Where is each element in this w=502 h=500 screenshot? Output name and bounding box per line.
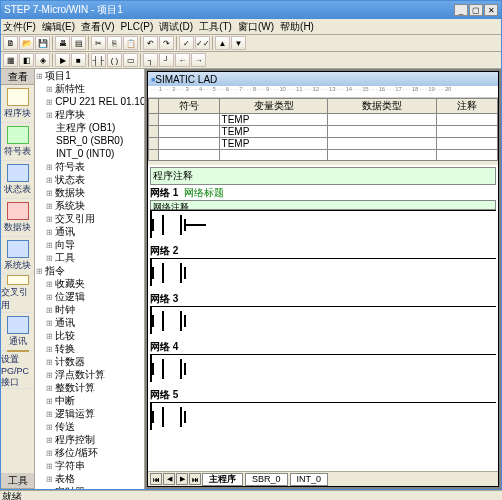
run-icon[interactable]: ▶ <box>55 53 70 67</box>
editor-tab[interactable]: 主程序 <box>202 473 243 486</box>
rung[interactable] <box>150 210 496 238</box>
coil-icon[interactable]: ( ) <box>107 53 122 67</box>
contact-icon[interactable]: ┤├ <box>91 53 106 67</box>
var-cell[interactable] <box>159 150 220 161</box>
tree-node[interactable]: 指令 <box>36 265 143 278</box>
tree-node[interactable]: 字符串 <box>36 460 143 473</box>
tree-node[interactable]: SBR_0 (SBR0) <box>36 135 143 148</box>
upload-icon[interactable]: ▲ <box>215 36 230 50</box>
contact-element[interactable] <box>152 315 186 327</box>
contact-element[interactable] <box>152 411 186 423</box>
undo-icon[interactable]: ↶ <box>143 36 158 50</box>
var-row[interactable] <box>149 150 498 161</box>
preview-icon[interactable]: ▤ <box>71 36 86 50</box>
tree-node[interactable]: 整数计算 <box>36 382 143 395</box>
tab-next-icon[interactable]: ▶ <box>176 473 188 485</box>
redo-icon[interactable]: ↷ <box>159 36 174 50</box>
contact-element[interactable] <box>152 267 186 279</box>
menu-item[interactable]: 调试(D) <box>159 20 193 34</box>
menu-item[interactable]: 编辑(E) <box>42 20 75 34</box>
stop-icon[interactable]: ■ <box>71 53 86 67</box>
menu-item[interactable]: PLC(P) <box>120 21 153 32</box>
cut-icon[interactable]: ✂ <box>91 36 106 50</box>
var-header[interactable]: 数据类型 <box>328 99 437 114</box>
tab-prev-icon[interactable]: ◀ <box>163 473 175 485</box>
tree-node[interactable]: 时钟 <box>36 304 143 317</box>
maximize-button[interactable]: ▢ <box>469 4 483 16</box>
var-cell[interactable] <box>437 150 498 161</box>
open-icon[interactable]: 📂 <box>19 36 34 50</box>
var-cell[interactable] <box>437 138 498 150</box>
print-icon[interactable]: 🖶 <box>55 36 70 50</box>
tree-node[interactable]: 项目1 <box>36 70 143 83</box>
nav-item[interactable]: 符号表 <box>1 123 34 161</box>
rung[interactable] <box>150 354 496 382</box>
rung[interactable] <box>150 258 496 286</box>
var-cell[interactable] <box>437 126 498 138</box>
line-down-icon[interactable]: ┐ <box>143 53 158 67</box>
tree-node[interactable]: 通讯 <box>36 226 143 239</box>
tree-node[interactable]: 符号表 <box>36 161 143 174</box>
tree-node[interactable]: 通讯 <box>36 317 143 330</box>
menu-item[interactable]: 窗口(W) <box>238 20 274 34</box>
tree-node[interactable]: 定时器 <box>36 486 143 489</box>
network[interactable]: 网络 1网络标题网络注释 <box>150 186 496 238</box>
editor-title[interactable]: SIMATIC LAD <box>148 72 498 86</box>
menu-item[interactable]: 工具(T) <box>199 20 232 34</box>
nav-item[interactable]: 状态表 <box>1 161 34 199</box>
network[interactable]: 网络 5 <box>150 388 496 430</box>
var-cell[interactable] <box>437 114 498 126</box>
var-cell[interactable] <box>159 138 220 150</box>
var-header[interactable]: 注释 <box>437 99 498 114</box>
rung[interactable] <box>150 306 496 334</box>
box-icon[interactable]: ▭ <box>123 53 138 67</box>
var-row[interactable]: TEMP <box>149 126 498 138</box>
tree-node[interactable]: 收藏夹 <box>36 278 143 291</box>
network[interactable]: 网络 4 <box>150 340 496 382</box>
tab-last-icon[interactable]: ⏭ <box>189 473 201 485</box>
tree-node[interactable]: 工具 <box>36 252 143 265</box>
nav-item[interactable]: 数据块 <box>1 199 34 237</box>
menu-item[interactable]: 文件(F) <box>3 20 36 34</box>
save-icon[interactable]: 💾 <box>35 36 50 50</box>
var-cell[interactable] <box>149 150 159 161</box>
status-icon[interactable]: ◧ <box>19 53 34 67</box>
var-cell[interactable] <box>159 114 220 126</box>
rung[interactable] <box>150 402 496 430</box>
var-header[interactable]: 符号 <box>159 99 220 114</box>
view-icon[interactable]: ▦ <box>3 53 18 67</box>
new-icon[interactable]: 🗎 <box>3 36 18 50</box>
var-cell[interactable] <box>149 138 159 150</box>
tree-node[interactable]: 主程序 (OB1) <box>36 122 143 135</box>
tree-node[interactable]: 程序控制 <box>36 434 143 447</box>
copy-icon[interactable]: ⎘ <box>107 36 122 50</box>
ladder-editor[interactable]: 程序注释网络 1网络标题网络注释网络 2网络 3网络 4网络 5 <box>148 165 498 471</box>
program-comment[interactable]: 程序注释 <box>150 167 496 185</box>
close-button[interactable]: ✕ <box>484 4 498 16</box>
var-cell[interactable] <box>149 126 159 138</box>
tree-node[interactable]: 逻辑运算 <box>36 408 143 421</box>
var-cell[interactable] <box>328 150 437 161</box>
contact-element[interactable] <box>152 219 186 231</box>
var-row[interactable]: TEMP <box>149 138 498 150</box>
var-row[interactable]: TEMP <box>149 114 498 126</box>
tree-node[interactable]: 传送 <box>36 421 143 434</box>
tree-node[interactable]: 表格 <box>36 473 143 486</box>
tree-node[interactable]: 中断 <box>36 395 143 408</box>
tab-first-icon[interactable]: ⏮ <box>150 473 162 485</box>
tree-node[interactable]: 新特性 <box>36 83 143 96</box>
editor-tab[interactable]: INT_0 <box>290 473 329 486</box>
tree-node[interactable]: 位逻辑 <box>36 291 143 304</box>
paste-icon[interactable]: 📋 <box>123 36 138 50</box>
menu-item[interactable]: 帮助(H) <box>280 20 314 34</box>
var-cell[interactable]: TEMP <box>219 126 328 138</box>
title-bar[interactable]: STEP 7-Micro/WIN - 项目1 _ ▢ ✕ <box>1 1 501 19</box>
tree-node[interactable]: 程序块 <box>36 109 143 122</box>
network[interactable]: 网络 3 <box>150 292 496 334</box>
tree-node[interactable]: 系统块 <box>36 200 143 213</box>
tree-node[interactable]: CPU 221 REL 01.10 <box>36 96 143 109</box>
tree-node[interactable]: 转换 <box>36 343 143 356</box>
line-right-icon[interactable]: → <box>191 53 206 67</box>
nav-item[interactable]: 通讯 <box>1 313 34 351</box>
tree-node[interactable]: INT_0 (INT0) <box>36 148 143 161</box>
